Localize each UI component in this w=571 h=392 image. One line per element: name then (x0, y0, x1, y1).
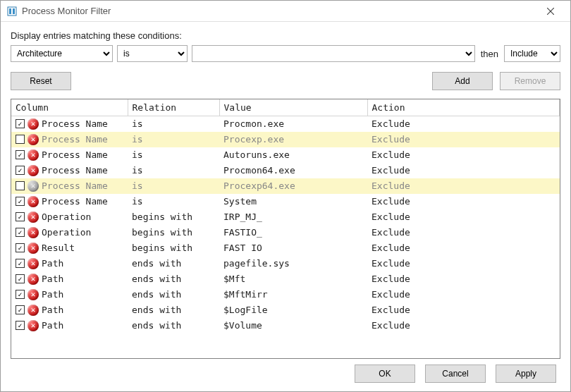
window-title: Process Monitor Filter (22, 6, 111, 16)
row-value: FAST IO (219, 240, 367, 256)
row-checkbox[interactable] (16, 290, 25, 299)
filter-value-select[interactable] (192, 45, 475, 62)
row-action: Exclude (367, 132, 560, 147)
table-row[interactable]: Pathends withpagefile.sysExclude (11, 256, 560, 271)
row-value: Procmon.exe (219, 116, 367, 132)
row-action: Exclude (367, 178, 560, 194)
header-value[interactable]: Value (219, 99, 367, 116)
exclude-icon (27, 274, 39, 285)
exclude-icon (27, 165, 39, 176)
row-column-label: Path (42, 320, 63, 331)
row-column-label: Process Name (42, 165, 108, 176)
row-relation: is (128, 116, 219, 132)
row-action: Exclude (367, 318, 560, 333)
exclude-icon (27, 212, 39, 223)
row-action: Exclude (367, 116, 560, 132)
filters-table-container: Column Relation Value Action Process Nam… (11, 99, 560, 359)
row-checkbox[interactable] (16, 259, 25, 268)
row-checkbox[interactable] (16, 150, 25, 159)
exclude-icon (27, 320, 39, 331)
row-action: Exclude (367, 287, 560, 302)
row-column-label: Process Name (42, 196, 108, 207)
dialog-buttons-row: OK Cancel Apply (11, 359, 560, 384)
row-checkbox[interactable] (16, 321, 25, 330)
row-relation: ends with (128, 302, 219, 318)
row-column-label: Process Name (42, 134, 108, 145)
row-relation: ends with (128, 287, 219, 302)
row-relation: begins with (128, 240, 219, 256)
close-icon (547, 8, 554, 15)
row-value: Procexp64.exe (219, 178, 367, 194)
add-button[interactable]: Add (432, 72, 493, 90)
row-value: $LogFile (219, 302, 367, 318)
row-column-label: Process Name (42, 149, 108, 160)
exclude-icon (27, 227, 39, 238)
row-column-label: Path (42, 289, 63, 300)
filter-builder-row: Architecture is then Include (11, 45, 560, 62)
row-checkbox[interactable] (16, 212, 25, 221)
remove-button[interactable]: Remove (500, 72, 560, 90)
exclude-dim-icon (27, 180, 39, 192)
apply-button[interactable]: Apply (496, 365, 556, 383)
cancel-button[interactable]: Cancel (425, 365, 486, 383)
table-row[interactable]: Process NameisSystemExclude (11, 194, 560, 209)
table-row[interactable]: Pathends with$MftMirrExclude (11, 287, 560, 302)
table-row[interactable]: Operationbegins withIRP_MJ_Exclude (11, 209, 560, 225)
exclude-icon (27, 258, 39, 269)
row-checkbox[interactable] (16, 197, 25, 206)
row-column-label: Result (42, 243, 75, 253)
exclude-icon (27, 149, 39, 161)
reset-button[interactable]: Reset (11, 72, 71, 90)
table-row[interactable]: Pathends with$LogFileExclude (11, 302, 560, 318)
table-row[interactable]: Process NameisAutoruns.exeExclude (11, 147, 560, 163)
row-value: Procmon64.exe (219, 163, 367, 178)
row-relation: begins with (128, 209, 219, 225)
instruction-label: Display entries matching these condition… (11, 30, 560, 41)
row-relation: is (128, 147, 219, 163)
header-column[interactable]: Column (11, 99, 128, 116)
row-checkbox[interactable] (16, 181, 25, 190)
table-row[interactable]: Pathends with$MftExclude (11, 271, 560, 287)
row-checkbox[interactable] (16, 166, 25, 175)
dialog-window: Process Monitor Filter Display entries m… (0, 0, 571, 392)
row-action: Exclude (367, 256, 560, 271)
table-row[interactable]: Resultbegins withFAST IOExclude (11, 240, 560, 256)
row-value: System (219, 194, 367, 209)
row-checkbox[interactable] (16, 228, 25, 237)
table-row[interactable]: Operationbegins withFASTIO_Exclude (11, 225, 560, 240)
row-action: Exclude (367, 209, 560, 225)
row-column-label: Process Name (42, 180, 108, 191)
row-checkbox[interactable] (16, 119, 25, 128)
table-row[interactable]: Pathends with$VolumeExclude (11, 318, 560, 333)
table-row[interactable]: Process NameisProcmon64.exeExclude (11, 163, 560, 178)
filter-action-select[interactable]: Include (504, 45, 560, 62)
header-relation[interactable]: Relation (128, 99, 219, 116)
app-icon (6, 6, 18, 17)
svg-rect-2 (13, 8, 15, 14)
close-button[interactable] (536, 1, 565, 21)
row-checkbox[interactable] (16, 305, 25, 314)
row-column-label: Operation (42, 227, 91, 238)
row-checkbox[interactable] (16, 135, 25, 144)
table-row[interactable]: Process NameisProcmon.exeExclude (11, 116, 560, 132)
ok-button[interactable]: OK (355, 365, 415, 383)
row-relation: ends with (128, 318, 219, 333)
row-checkbox[interactable] (16, 274, 25, 283)
filters-table-scroll[interactable]: Column Relation Value Action Process Nam… (11, 99, 560, 358)
row-value: $Mft (219, 271, 367, 287)
row-value: Procexp.exe (219, 132, 367, 147)
row-action: Exclude (367, 225, 560, 240)
table-row[interactable]: Process NameisProcexp.exeExclude (11, 132, 560, 147)
filter-column-select[interactable]: Architecture (11, 45, 113, 62)
then-label: then (479, 49, 500, 59)
row-relation: ends with (128, 271, 219, 287)
row-checkbox[interactable] (16, 243, 25, 252)
table-row[interactable]: Process NameisProcexp64.exeExclude (11, 178, 560, 194)
svg-rect-1 (9, 8, 11, 14)
row-column-label: Operation (42, 212, 91, 222)
filter-relation-select[interactable]: is (117, 45, 188, 62)
header-action[interactable]: Action (367, 99, 560, 116)
filter-buttons-row: Reset Add Remove (11, 72, 560, 90)
row-action: Exclude (367, 240, 560, 256)
exclude-icon (27, 134, 39, 145)
